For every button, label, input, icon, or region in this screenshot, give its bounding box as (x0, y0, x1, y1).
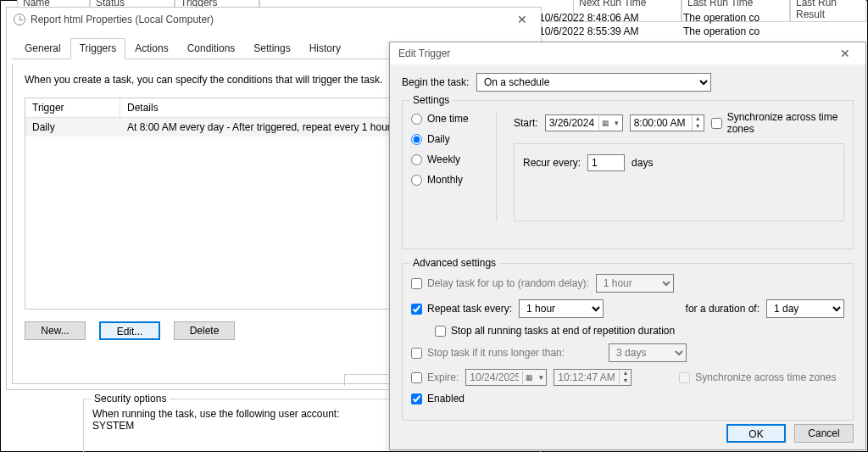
calendar-icon: ▦ (522, 371, 536, 384)
tab-actions[interactable]: Actions (125, 38, 177, 59)
radio-monthly[interactable]: Monthly (411, 174, 484, 186)
stop-long-select: 3 days (609, 343, 687, 362)
sync-tz2-checkbox: Synchronize across time zones (679, 371, 836, 383)
expire-checkbox[interactable]: Expire: (411, 371, 459, 383)
delay-select: 1 hour (596, 274, 674, 293)
repeat-select[interactable]: 1 hour (519, 299, 604, 318)
start-label: Start: (514, 117, 538, 129)
dialog-title: Report html Properties (Local Computer) (31, 8, 214, 31)
chevron-down-icon: ▾ (536, 373, 546, 382)
task-list-rows: 10/6/2022 8:48:06 AMThe operation co 10/… (534, 12, 866, 39)
new-button[interactable]: New... (25, 321, 86, 340)
stop-all-checkbox[interactable]: Stop all running tasks at end of repetit… (435, 325, 675, 337)
clock-icon (14, 14, 25, 25)
begin-task-select[interactable]: On a schedule (476, 73, 711, 92)
calendar-icon[interactable]: ▦ (598, 116, 612, 130)
advanced-legend: Advanced settings (409, 257, 499, 269)
recur-label: Recur every: (523, 157, 581, 169)
tab-general[interactable]: General (15, 38, 70, 59)
sync-tz-checkbox[interactable]: Synchronize across time zones (711, 111, 844, 135)
spin-down-icon[interactable]: ▼ (693, 123, 704, 131)
stop-long-checkbox[interactable]: Stop task if it runs longer than: (411, 347, 565, 359)
repeat-checkbox[interactable]: Repeat task every: (411, 303, 512, 315)
spin-up-icon[interactable]: ▲ (693, 115, 704, 123)
tab-history[interactable]: History (300, 38, 350, 59)
radio-onetime[interactable]: One time (411, 113, 484, 125)
edit-dialog-title: Edit Trigger (398, 42, 450, 64)
tab-triggers[interactable]: Triggers (70, 38, 126, 59)
spin-down-icon: ▼ (620, 377, 631, 385)
duration-select[interactable]: 1 day (766, 299, 844, 318)
delete-button[interactable]: Delete (174, 321, 235, 340)
cancel-button[interactable]: Cancel (794, 424, 854, 443)
expire-date-input: ▦ ▾ (465, 369, 547, 386)
tab-settings[interactable]: Settings (244, 38, 299, 59)
radio-weekly[interactable]: Weekly (411, 153, 484, 165)
start-time-input[interactable]: ▲▼ (630, 114, 704, 131)
recur-unit: days (632, 157, 653, 169)
settings-legend: Settings (409, 94, 453, 106)
edit-trigger-dialog: Edit Trigger ✕ Begin the task: On a sche… (389, 42, 866, 450)
radio-daily[interactable]: Daily (411, 133, 484, 145)
col-trigger[interactable]: Trigger (25, 98, 120, 117)
start-date-input[interactable]: ▦ ▾ (545, 114, 623, 131)
close-icon[interactable]: ✕ (510, 8, 534, 31)
ok-button[interactable]: OK (726, 424, 786, 443)
enabled-checkbox[interactable]: Enabled (411, 393, 465, 405)
delay-checkbox[interactable]: Delay task for up to (random delay): (411, 277, 589, 289)
chevron-down-icon[interactable]: ▾ (612, 119, 622, 127)
close-icon[interactable]: ✕ (833, 42, 857, 64)
tab-conditions[interactable]: Conditions (178, 38, 245, 59)
edit-button[interactable]: Edit... (99, 321, 160, 340)
duration-label: for a duration of: (686, 303, 760, 315)
spin-up-icon: ▲ (620, 370, 631, 377)
expire-time-input: ▲▼ (554, 369, 632, 386)
recur-input[interactable] (587, 154, 625, 171)
begin-task-label: Begin the task: (402, 76, 470, 88)
